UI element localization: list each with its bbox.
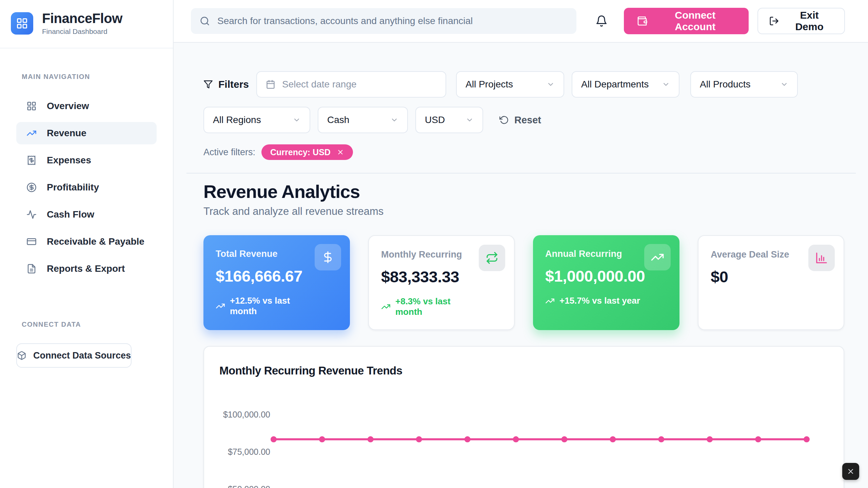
rotate-ccw-icon [499,115,509,125]
app-subtitle: Financial Dashboard [42,27,122,36]
page-content: Filters Select date range All Projects A… [174,43,868,488]
sidebar-item-reports-export[interactable]: Reports & Export [16,258,157,280]
app-logo-row: FinanceFlow Financial Dashboard [0,0,173,48]
chevron-down-icon [466,116,474,124]
sidebar-item-receivable-payable[interactable]: Receivable & Payable [16,230,157,253]
close-icon[interactable] [337,148,344,156]
stat-card-total-revenue: Total Revenue $166,666.67 +12.5% vs last… [203,235,350,330]
stat-card-annual-recurring: Annual Recurring $1,000,000.00 +15.7% vs… [533,235,679,330]
package-icon [17,351,26,360]
active-filters-label: Active filters: [203,147,255,158]
sidebar-item-cash-flow[interactable]: Cash Flow [16,203,157,226]
stat-card-delta: +12.5% vs last month [230,296,308,317]
mrr-chart-svg: $100,000.00$75,000.00$50,000.00 [204,347,845,488]
sidebar-item-label: Expenses [47,155,91,166]
chevron-down-icon [390,116,398,124]
filters-title: Filters [203,79,249,90]
regions-select-value: All Regions [213,115,261,125]
main-navigation: Overview Revenue Expenses Profitability … [0,95,173,280]
active-filter-chip-label: Currency: USD [270,147,331,157]
sidebar-item-expenses[interactable]: Expenses [16,149,157,171]
search-icon [200,16,210,26]
filter-funnel-icon [203,80,213,89]
credit-card-icon [26,237,37,247]
cash-select-value: Cash [327,115,349,125]
connect-account-button[interactable]: Connect Account [624,8,749,34]
sidebar-item-label: Overview [47,101,89,111]
layout-grid-icon [26,101,37,111]
sidebar-item-label: Receivable & Payable [47,236,144,247]
bar-chart-icon [808,245,835,271]
stat-cards-row: Total Revenue $166,666.67 +12.5% vs last… [203,235,856,330]
filters-row-1: Filters Select date range All Projects A… [203,71,856,98]
trending-up-icon [644,244,671,270]
connect-button-label: Connect Data Sources [33,350,131,361]
projects-select-value: All Projects [466,79,513,90]
connect-data-sources-button[interactable]: Connect Data Sources [16,343,132,368]
departments-select[interactable]: All Departments [572,71,679,98]
nav-section-label: MAIN NAVIGATION [0,73,173,81]
sidebar-item-profitability[interactable]: Profitability [16,176,157,199]
page-title: Revenue Analytics [203,181,856,202]
sidebar: FinanceFlow Financial Dashboard MAIN NAV… [0,0,174,488]
reset-filters-button[interactable]: Reset [499,115,541,126]
stat-card-delta: +15.7% vs last year [559,296,640,306]
svg-text:$100,000.00: $100,000.00 [223,410,270,419]
exit-demo-label: Exit Demo [785,9,833,33]
cash-select[interactable]: Cash [318,107,408,133]
notifications-bell-icon[interactable] [595,15,608,27]
sidebar-item-label: Profitability [47,182,99,193]
stat-card-monthly-recurring: Monthly Recurring $83,333.33 +8.3% vs la… [368,235,515,330]
circle-dollar-icon [26,182,37,192]
connect-section-label: CONNECT DATA [0,321,173,328]
products-select-value: All Products [700,79,750,90]
svg-text:$50,000.00: $50,000.00 [228,484,270,488]
wallet-icon [637,16,648,26]
projects-select[interactable]: All Projects [456,71,564,98]
sidebar-item-revenue[interactable]: Revenue [16,122,157,144]
file-text-icon [26,264,37,274]
svg-text:$75,000.00: $75,000.00 [228,447,270,456]
products-select[interactable]: All Products [690,71,798,98]
chevron-down-icon [780,80,788,88]
log-out-icon [769,16,779,26]
stat-card-average-deal-size: Average Deal Size $0 [698,235,844,330]
active-filters-row: Active filters: Currency: USD [203,144,856,160]
sidebar-item-label: Reports & Export [47,263,125,274]
top-header: Connect Account Exit Demo [174,0,868,43]
receipt-icon [26,155,37,165]
filters-row-2: All Regions Cash USD Reset [203,107,856,133]
reset-label: Reset [514,115,541,126]
trending-up-icon [26,128,37,138]
stat-card-delta: +8.3% vs last month [395,296,473,317]
exit-demo-button[interactable]: Exit Demo [757,8,845,34]
chevron-down-icon [293,116,301,124]
overlay-close-button[interactable] [842,463,859,480]
trending-up-icon [545,296,555,306]
dollar-sign-icon [315,244,341,270]
sidebar-item-label: Cash Flow [47,209,94,220]
filters-title-label: Filters [218,79,249,90]
global-search[interactable] [191,8,576,34]
trending-up-icon [216,301,225,311]
sidebar-item-label: Revenue [47,128,86,139]
calendar-icon [266,80,275,89]
main-area: Connect Account Exit Demo Filters Select… [174,0,868,488]
currency-select[interactable]: USD [415,107,483,133]
date-range-input[interactable]: Select date range [256,71,446,98]
section-divider [186,173,856,174]
close-icon [847,467,855,475]
search-input[interactable] [217,16,568,26]
sidebar-item-overview[interactable]: Overview [16,95,157,117]
active-filter-chip[interactable]: Currency: USD [261,144,353,160]
currency-select-value: USD [425,115,445,125]
mrr-trends-chart-card: Monthly Recurring Revenue Trends $100,00… [203,346,844,488]
chevron-down-icon [662,80,670,88]
app-logo-icon [11,12,33,35]
regions-select[interactable]: All Regions [203,107,310,133]
app-title: FinanceFlow [42,11,122,26]
chevron-down-icon [547,80,555,88]
repeat-icon [479,245,505,271]
date-range-placeholder: Select date range [282,79,357,90]
page-subtitle: Track and analyze all revenue streams [203,205,856,218]
